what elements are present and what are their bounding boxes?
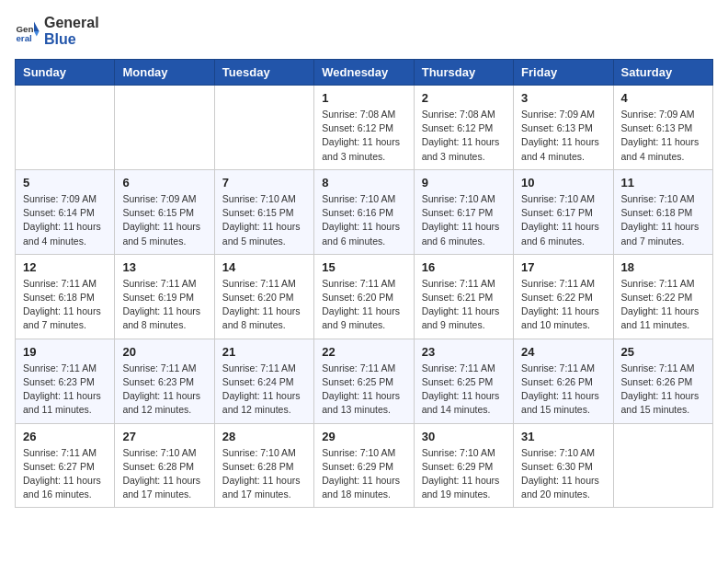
page-header: Gen eral General Blue bbox=[15, 15, 713, 48]
week-row-1: 1Sunrise: 7:08 AM Sunset: 6:12 PM Daylig… bbox=[16, 86, 713, 170]
day-number: 29 bbox=[322, 430, 405, 443]
day-info: Sunrise: 7:11 AM Sunset: 6:26 PM Dayligh… bbox=[621, 362, 705, 418]
day-info: Sunrise: 7:11 AM Sunset: 6:25 PM Dayligh… bbox=[322, 362, 405, 418]
day-number: 26 bbox=[23, 430, 107, 443]
svg-marker-2 bbox=[34, 22, 40, 32]
day-number: 12 bbox=[23, 260, 107, 274]
day-cell: 10Sunrise: 7:10 AM Sunset: 6:17 PM Dayli… bbox=[514, 169, 613, 254]
day-cell: 29Sunrise: 7:10 AM Sunset: 6:29 PM Dayli… bbox=[314, 423, 414, 508]
day-cell: 3Sunrise: 7:09 AM Sunset: 6:13 PM Daylig… bbox=[514, 86, 613, 170]
day-info: Sunrise: 7:11 AM Sunset: 6:20 PM Dayligh… bbox=[322, 277, 405, 333]
day-number: 21 bbox=[222, 345, 306, 359]
day-info: Sunrise: 7:08 AM Sunset: 6:12 PM Dayligh… bbox=[322, 108, 405, 164]
logo-blue: Blue bbox=[44, 31, 99, 48]
column-header-friday: Friday bbox=[514, 60, 613, 86]
day-cell: 14Sunrise: 7:11 AM Sunset: 6:20 PM Dayli… bbox=[214, 254, 313, 339]
day-cell: 16Sunrise: 7:11 AM Sunset: 6:21 PM Dayli… bbox=[414, 254, 513, 339]
day-number: 31 bbox=[521, 430, 605, 443]
day-info: Sunrise: 7:11 AM Sunset: 6:23 PM Dayligh… bbox=[23, 362, 107, 418]
day-cell: 28Sunrise: 7:10 AM Sunset: 6:28 PM Dayli… bbox=[214, 423, 313, 508]
day-cell: 9Sunrise: 7:10 AM Sunset: 6:17 PM Daylig… bbox=[414, 169, 513, 254]
logo: Gen eral General Blue bbox=[15, 15, 99, 48]
svg-text:eral: eral bbox=[16, 33, 32, 43]
day-cell bbox=[613, 423, 712, 508]
day-cell: 25Sunrise: 7:11 AM Sunset: 6:26 PM Dayli… bbox=[613, 339, 712, 423]
day-number: 23 bbox=[422, 345, 506, 359]
week-row-5: 26Sunrise: 7:11 AM Sunset: 6:27 PM Dayli… bbox=[16, 423, 713, 508]
day-number: 13 bbox=[122, 260, 206, 274]
day-info: Sunrise: 7:10 AM Sunset: 6:30 PM Dayligh… bbox=[521, 446, 605, 502]
logo-icon: Gen eral bbox=[15, 18, 40, 44]
day-number: 15 bbox=[322, 260, 405, 274]
day-number: 20 bbox=[122, 345, 206, 359]
svg-marker-3 bbox=[34, 31, 40, 37]
day-info: Sunrise: 7:10 AM Sunset: 6:18 PM Dayligh… bbox=[621, 192, 705, 248]
day-info: Sunrise: 7:10 AM Sunset: 6:28 PM Dayligh… bbox=[222, 446, 306, 502]
day-cell: 18Sunrise: 7:11 AM Sunset: 6:22 PM Dayli… bbox=[613, 254, 712, 339]
day-info: Sunrise: 7:11 AM Sunset: 6:23 PM Dayligh… bbox=[122, 362, 206, 418]
day-number: 5 bbox=[23, 176, 107, 190]
column-header-monday: Monday bbox=[115, 60, 214, 86]
calendar-header-row: SundayMondayTuesdayWednesdayThursdayFrid… bbox=[16, 60, 713, 86]
day-number: 16 bbox=[422, 260, 506, 274]
day-number: 9 bbox=[422, 176, 506, 190]
day-number: 28 bbox=[222, 430, 306, 443]
day-cell: 22Sunrise: 7:11 AM Sunset: 6:25 PM Dayli… bbox=[314, 339, 414, 423]
column-header-tuesday: Tuesday bbox=[214, 60, 313, 86]
calendar-table: SundayMondayTuesdayWednesdayThursdayFrid… bbox=[15, 59, 713, 508]
day-number: 22 bbox=[322, 345, 405, 359]
day-info: Sunrise: 7:10 AM Sunset: 6:29 PM Dayligh… bbox=[322, 446, 405, 502]
day-cell: 23Sunrise: 7:11 AM Sunset: 6:25 PM Dayli… bbox=[414, 339, 513, 423]
day-number: 19 bbox=[23, 345, 107, 359]
day-cell: 24Sunrise: 7:11 AM Sunset: 6:26 PM Dayli… bbox=[514, 339, 613, 423]
day-cell bbox=[214, 86, 313, 170]
day-cell: 20Sunrise: 7:11 AM Sunset: 6:23 PM Dayli… bbox=[115, 339, 214, 423]
day-cell: 11Sunrise: 7:10 AM Sunset: 6:18 PM Dayli… bbox=[613, 169, 712, 254]
day-info: Sunrise: 7:11 AM Sunset: 6:20 PM Dayligh… bbox=[222, 277, 306, 333]
day-info: Sunrise: 7:11 AM Sunset: 6:24 PM Dayligh… bbox=[222, 362, 306, 418]
column-header-saturday: Saturday bbox=[613, 60, 712, 86]
day-info: Sunrise: 7:11 AM Sunset: 6:21 PM Dayligh… bbox=[422, 277, 506, 333]
day-cell: 12Sunrise: 7:11 AM Sunset: 6:18 PM Dayli… bbox=[16, 254, 115, 339]
day-info: Sunrise: 7:10 AM Sunset: 6:15 PM Dayligh… bbox=[222, 192, 306, 248]
day-info: Sunrise: 7:10 AM Sunset: 6:16 PM Dayligh… bbox=[322, 192, 405, 248]
day-number: 8 bbox=[322, 176, 405, 190]
day-info: Sunrise: 7:11 AM Sunset: 6:26 PM Dayligh… bbox=[521, 362, 605, 418]
day-info: Sunrise: 7:11 AM Sunset: 6:18 PM Dayligh… bbox=[23, 277, 107, 333]
day-info: Sunrise: 7:11 AM Sunset: 6:22 PM Dayligh… bbox=[621, 277, 705, 333]
day-cell: 6Sunrise: 7:09 AM Sunset: 6:15 PM Daylig… bbox=[115, 169, 214, 254]
day-info: Sunrise: 7:10 AM Sunset: 6:28 PM Dayligh… bbox=[122, 446, 206, 502]
week-row-2: 5Sunrise: 7:09 AM Sunset: 6:14 PM Daylig… bbox=[16, 169, 713, 254]
day-number: 27 bbox=[122, 430, 206, 443]
day-info: Sunrise: 7:09 AM Sunset: 6:14 PM Dayligh… bbox=[23, 192, 107, 248]
day-info: Sunrise: 7:11 AM Sunset: 6:25 PM Dayligh… bbox=[422, 362, 506, 418]
day-info: Sunrise: 7:11 AM Sunset: 6:19 PM Dayligh… bbox=[122, 277, 206, 333]
week-row-4: 19Sunrise: 7:11 AM Sunset: 6:23 PM Dayli… bbox=[16, 339, 713, 423]
column-header-thursday: Thursday bbox=[414, 60, 513, 86]
day-number: 18 bbox=[621, 260, 705, 274]
day-number: 14 bbox=[222, 260, 306, 274]
day-cell: 4Sunrise: 7:09 AM Sunset: 6:13 PM Daylig… bbox=[613, 86, 712, 170]
day-cell bbox=[115, 86, 214, 170]
day-info: Sunrise: 7:10 AM Sunset: 6:29 PM Dayligh… bbox=[422, 446, 506, 502]
day-cell: 13Sunrise: 7:11 AM Sunset: 6:19 PM Dayli… bbox=[115, 254, 214, 339]
logo-general: General bbox=[44, 15, 99, 31]
day-number: 6 bbox=[122, 176, 206, 190]
day-number: 3 bbox=[521, 91, 605, 105]
day-info: Sunrise: 7:09 AM Sunset: 6:15 PM Dayligh… bbox=[122, 192, 206, 248]
day-number: 7 bbox=[222, 176, 306, 190]
day-number: 30 bbox=[422, 430, 506, 443]
day-cell: 7Sunrise: 7:10 AM Sunset: 6:15 PM Daylig… bbox=[214, 169, 313, 254]
day-number: 10 bbox=[521, 176, 605, 190]
day-info: Sunrise: 7:08 AM Sunset: 6:12 PM Dayligh… bbox=[422, 108, 506, 164]
day-cell: 31Sunrise: 7:10 AM Sunset: 6:30 PM Dayli… bbox=[514, 423, 613, 508]
day-cell: 15Sunrise: 7:11 AM Sunset: 6:20 PM Dayli… bbox=[314, 254, 414, 339]
day-cell: 8Sunrise: 7:10 AM Sunset: 6:16 PM Daylig… bbox=[314, 169, 414, 254]
day-number: 2 bbox=[422, 91, 506, 105]
day-number: 1 bbox=[322, 91, 405, 105]
day-number: 11 bbox=[621, 176, 705, 190]
day-info: Sunrise: 7:11 AM Sunset: 6:27 PM Dayligh… bbox=[23, 446, 107, 502]
day-info: Sunrise: 7:10 AM Sunset: 6:17 PM Dayligh… bbox=[521, 192, 605, 248]
day-cell: 21Sunrise: 7:11 AM Sunset: 6:24 PM Dayli… bbox=[214, 339, 313, 423]
day-cell: 26Sunrise: 7:11 AM Sunset: 6:27 PM Dayli… bbox=[16, 423, 115, 508]
